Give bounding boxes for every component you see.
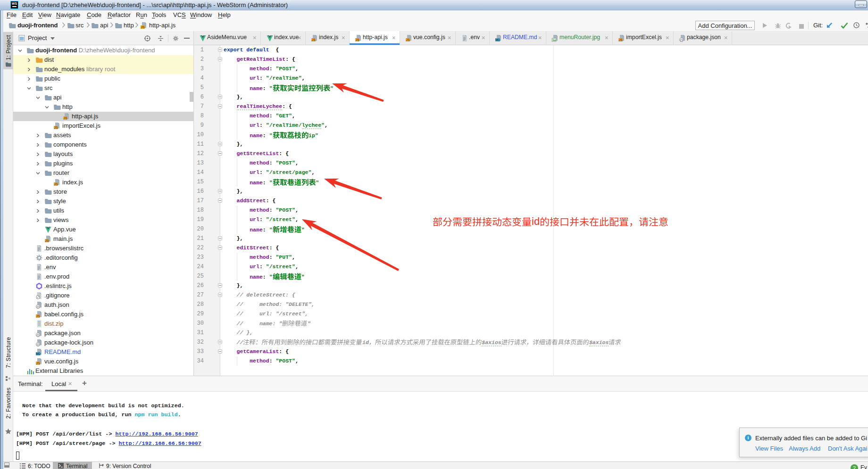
svg-text:MD: MD — [495, 38, 500, 41]
svg-text:{}: {} — [36, 334, 40, 337]
svg-text:JS: JS — [64, 116, 68, 120]
svg-text:JS: JS — [406, 38, 410, 41]
svg-text:{}: {} — [36, 305, 40, 309]
svg-text:JS: JS — [141, 25, 145, 29]
svg-text:{}: {} — [680, 39, 683, 42]
svg-text:MD: MD — [36, 352, 41, 355]
svg-text:JS: JS — [36, 314, 41, 318]
svg-text:JS: JS — [356, 38, 360, 41]
svg-text:JS: JS — [45, 239, 50, 242]
svg-text:JS: JS — [54, 126, 58, 129]
svg-text:{}: {} — [36, 343, 40, 346]
svg-text:JS: JS — [36, 362, 41, 365]
svg-text:JS: JS — [312, 38, 316, 41]
svg-text:JS: JS — [54, 182, 58, 186]
svg-text:JS: JS — [619, 38, 623, 41]
